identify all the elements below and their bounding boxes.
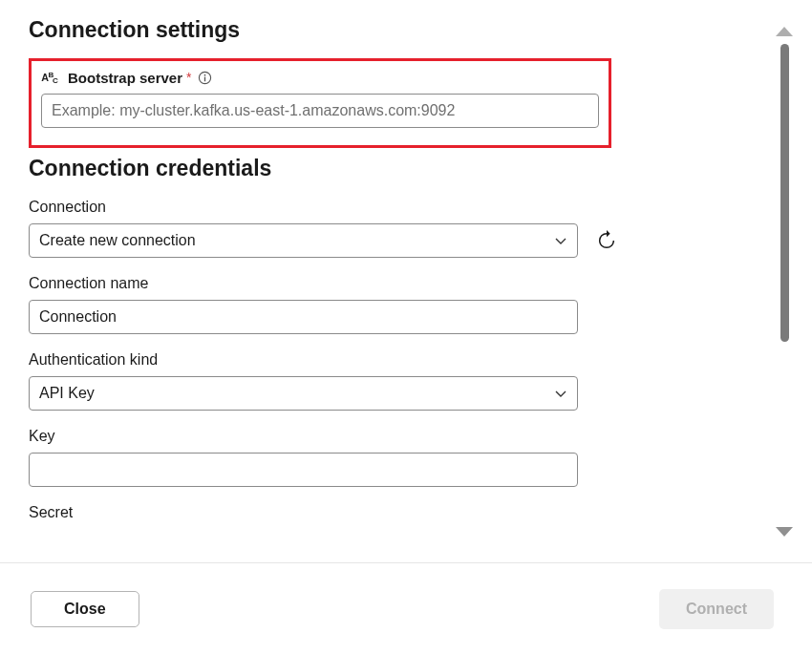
- connection-credentials-heading: Connection credentials: [29, 156, 764, 181]
- scroll-up-arrow[interactable]: [776, 27, 793, 36]
- key-label: Key: [29, 428, 764, 445]
- auth-kind-field: Authentication kind: [29, 351, 764, 411]
- bootstrap-server-input[interactable]: [41, 94, 599, 128]
- auth-kind-select[interactable]: [29, 376, 578, 411]
- connection-settings-heading: Connection settings: [29, 17, 764, 43]
- bootstrap-server-label: Bootstrap server: [68, 70, 182, 86]
- bootstrap-server-highlight: A B C Bootstrap server *: [29, 58, 611, 148]
- svg-text:C: C: [53, 76, 58, 85]
- scroll-down-arrow[interactable]: [776, 527, 793, 537]
- connection-name-input[interactable]: [29, 300, 578, 334]
- secret-label: Secret: [29, 504, 764, 521]
- connection-name-field: Connection name: [29, 275, 764, 334]
- bootstrap-label-row: A B C Bootstrap server *: [41, 69, 599, 86]
- refresh-button[interactable]: [595, 229, 618, 252]
- connection-field: Connection: [29, 199, 764, 258]
- dialog-body: Connection settings A B C Bootstrap serv…: [29, 17, 764, 552]
- connect-button[interactable]: Connect: [659, 589, 774, 629]
- connection-select[interactable]: [29, 223, 578, 258]
- text-type-icon: A B C: [41, 69, 62, 86]
- scrollbar[interactable]: [774, 27, 795, 537]
- svg-rect-5: [203, 76, 204, 81]
- required-asterisk: *: [186, 70, 191, 85]
- secret-field: Secret: [29, 504, 764, 521]
- dialog-footer: Close Connect: [0, 562, 812, 654]
- connection-name-label: Connection name: [29, 275, 764, 292]
- auth-kind-label: Authentication kind: [29, 351, 764, 369]
- info-icon[interactable]: [198, 71, 212, 85]
- close-button[interactable]: Close: [31, 591, 139, 627]
- key-field: Key: [29, 428, 764, 487]
- svg-point-4: [203, 74, 205, 75]
- connection-label: Connection: [29, 199, 764, 216]
- refresh-icon: [596, 230, 617, 251]
- scroll-track[interactable]: [774, 342, 795, 527]
- scroll-thumb[interactable]: [780, 44, 789, 342]
- key-input[interactable]: [29, 453, 578, 487]
